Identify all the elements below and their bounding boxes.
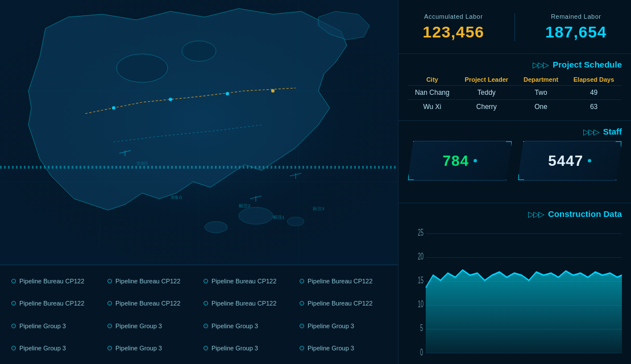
accumulated-labor-value: 123,456 (423, 23, 484, 41)
list-dot (300, 301, 304, 306)
staff-card-1: 784 (408, 141, 512, 181)
list-item: Pipeline Group 3 (103, 337, 199, 360)
list-item-label: Pipeline Bureau CP122 (308, 278, 372, 284)
left-panel: 标注1 标注2 标注3 测量点 管道区 Pipeline Bureau (0, 0, 398, 364)
corner-bl-1 (408, 174, 414, 180)
schedule-dept: Two (516, 86, 566, 100)
staff-dot-1 (474, 159, 477, 162)
list-item-label: Pipeline Bureau CP122 (115, 300, 180, 307)
svg-point-2 (239, 207, 273, 224)
list-item-label: Pipeline Group 3 (211, 345, 258, 352)
list-dot (300, 346, 304, 350)
list-item-label: Pipeline Bureau CP122 (19, 278, 84, 284)
labor-divider (514, 13, 515, 41)
list-item-label: Pipeline Bureau CP122 (211, 300, 276, 307)
list-item: Pipeline Group 3 (7, 315, 103, 337)
schedule-row: Nan Chang Teddy Two 49 (408, 86, 622, 100)
list-dot (300, 279, 304, 283)
list-item: Pipeline Bureau CP122 (7, 292, 103, 315)
svg-point-9 (226, 92, 229, 95)
svg-point-5 (117, 54, 168, 82)
svg-text:10: 10 (418, 299, 424, 309)
list-dot (204, 346, 208, 350)
accumulated-labor-label: Accumulated Labor (423, 13, 484, 20)
list-dot (204, 324, 208, 328)
map-hatch-bar (0, 166, 398, 169)
list-item-label: Pipeline Group 3 (211, 323, 258, 329)
svg-text:测量点: 测量点 (171, 195, 182, 200)
right-panel: Accumulated Labor 123,456 Remained Labor… (398, 0, 631, 364)
list-item-label: Pipeline Group 3 (115, 323, 162, 329)
list-item: Pipeline Bureau CP122 (295, 270, 391, 292)
schedule-title: Project Schedule (553, 60, 622, 69)
list-item-label: Pipeline Bureau CP122 (308, 300, 372, 307)
schedule-header: ▷▷▷ Project Schedule (408, 60, 622, 69)
list-item: Pipeline Group 3 (295, 315, 391, 337)
schedule-city: Wu Xi (408, 100, 457, 114)
staff-card-2: 5447 (518, 141, 622, 181)
col-city: City (408, 74, 457, 86)
list-item-label: Pipeline Group 3 (19, 323, 66, 329)
svg-text:15: 15 (418, 275, 424, 286)
list-dot (107, 346, 112, 350)
list-item: Pipeline Bureau CP122 (199, 270, 295, 292)
construction-chart: 25 20 15 10 5 0 (408, 223, 622, 358)
svg-point-8 (169, 98, 172, 101)
list-dot (11, 279, 16, 283)
corner-br-2 (616, 174, 621, 180)
list-dot (11, 324, 16, 328)
list-item-label: Pipeline Bureau CP122 (115, 278, 180, 284)
construction-title: Construction Data (548, 209, 622, 219)
staff-header: ▷▷▷ Staff (408, 127, 622, 136)
construction-arrows-icon: ▷▷▷ (528, 210, 543, 219)
bottom-list-panel: Pipeline Bureau CP122 Pipeline Bureau CP… (0, 265, 398, 364)
chart-area: 25 20 15 10 5 0 (408, 223, 622, 358)
schedule-dept: One (516, 100, 566, 114)
svg-text:0: 0 (420, 347, 423, 358)
svg-text:标注1: 标注1 (272, 215, 285, 220)
labor-section: Accumulated Labor 123,456 Remained Labor… (398, 0, 631, 54)
schedule-days: 63 (566, 100, 622, 114)
list-item: Pipeline Bureau CP122 (199, 292, 295, 315)
staff-card-2-inner: 5447 (548, 152, 591, 170)
list-item-label: Pipeline Group 3 (308, 345, 354, 352)
list-item-label: Pipeline Bureau CP122 (19, 300, 84, 307)
corner-tr-1 (506, 141, 512, 147)
schedule-leader: Cherry (457, 100, 516, 114)
svg-text:5: 5 (420, 323, 423, 333)
list-item: Pipeline Bureau CP122 (295, 292, 391, 315)
svg-point-4 (287, 217, 304, 226)
map-area: 标注1 标注2 标注3 测量点 管道区 (0, 0, 398, 267)
list-item: Pipeline Bureau CP122 (7, 270, 103, 292)
schedule-row: Wu Xi Cherry One 63 (408, 100, 622, 114)
svg-text:20: 20 (418, 251, 424, 262)
schedule-city: Nan Chang (408, 86, 457, 100)
schedule-section: ▷▷▷ Project Schedule City Project Leader… (398, 54, 631, 121)
list-item: Pipeline Group 3 (199, 315, 295, 337)
list-dot (107, 279, 112, 283)
corner-tr-2 (616, 141, 621, 147)
corner-tl-2 (518, 141, 524, 147)
list-item: Pipeline Bureau CP122 (103, 292, 199, 315)
list-item-label: Pipeline Group 3 (308, 323, 354, 329)
list-item: Pipeline Bureau CP122 (103, 270, 199, 292)
list-dot (107, 324, 112, 328)
schedule-arrows-icon: ▷▷▷ (533, 60, 548, 69)
corner-br-1 (506, 174, 512, 180)
schedule-leader: Teddy (457, 86, 516, 100)
accumulated-labor-box: Accumulated Labor 123,456 (423, 13, 484, 41)
list-dot (107, 301, 112, 306)
col-days: Elapsed Days (566, 74, 622, 86)
svg-text:25: 25 (418, 227, 424, 238)
construction-section: ▷▷▷ Construction Data 25 20 15 10 5 0 (398, 203, 631, 364)
col-department: Department (516, 74, 566, 86)
list-dot (11, 301, 16, 306)
schedule-table: City Project Leader Department Elapsed D… (408, 74, 622, 114)
staff-arrows-icon: ▷▷▷ (583, 127, 599, 136)
list-item-label: Pipeline Bureau CP122 (211, 278, 276, 284)
remained-labor-label: Remained Labor (545, 13, 607, 20)
list-item-label: Pipeline Group 3 (115, 345, 162, 352)
list-item: Pipeline Group 3 (103, 315, 199, 337)
list-dot (300, 324, 304, 328)
remained-labor-box: Remained Labor 187,654 (545, 13, 607, 41)
